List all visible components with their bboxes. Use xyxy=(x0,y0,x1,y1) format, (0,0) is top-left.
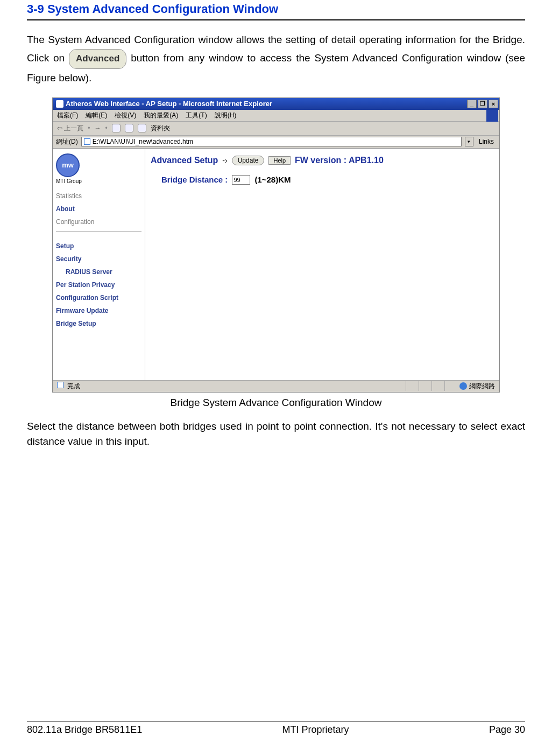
back-button[interactable]: ⇦ 上一頁 xyxy=(57,124,83,133)
fw-version-label: FW version : APB1.10 xyxy=(295,156,384,165)
links-button[interactable]: Links xyxy=(477,138,496,145)
sidebar-item-bridge-setup[interactable]: Bridge Setup xyxy=(56,317,141,330)
sidebar: mw MTI Group Statistics About Configurat… xyxy=(53,149,145,380)
sidebar-item-configuration[interactable]: Configuration xyxy=(56,215,141,228)
advanced-setup-heading: Advanced Setup xyxy=(151,156,218,165)
content-header: Advanced Setup -› Update Help FW version… xyxy=(151,156,494,165)
sidebar-item-per-station-privacy[interactable]: Per Station Privacy xyxy=(56,278,141,291)
bridge-distance-range: (1~28)KM xyxy=(254,175,291,184)
ie-brand-icon xyxy=(486,110,498,122)
page-footer: 802.11a Bridge BR5811E1 MTI Proprietary … xyxy=(27,722,525,736)
menu-favorites[interactable]: 我的最愛(A) xyxy=(144,111,178,120)
status-bar: 完成 網際網路 xyxy=(53,380,499,392)
section-heading: 3-9 System Advanced Configuration Window xyxy=(27,0,525,20)
menu-bar: 檔案(F) 編輯(E) 檢視(V) 我的最愛(A) 工具(T) 說明(H) xyxy=(53,110,499,122)
internet-zone-icon xyxy=(459,382,467,390)
menu-file[interactable]: 檔案(F) xyxy=(57,111,78,120)
window-title: Atheros Web Interface - AP Setup - Micro… xyxy=(66,100,272,108)
intro-paragraph: The System Advanced Configuration window… xyxy=(27,31,525,87)
folder-icon[interactable] xyxy=(138,124,146,132)
sidebar-nav: Statistics About Configuration Setup Sec… xyxy=(56,190,141,330)
forward-button[interactable]: → xyxy=(95,124,101,132)
window-titlebar: Atheros Web Interface - AP Setup - Micro… xyxy=(53,98,499,110)
bridge-distance-row: Bridge Distance : (1~28)KM xyxy=(151,175,494,185)
toolbar-sep: • xyxy=(88,124,90,132)
page-body: mw MTI Group Statistics About Configurat… xyxy=(53,149,499,380)
stop-icon[interactable] xyxy=(112,124,121,132)
sidebar-item-security[interactable]: Security xyxy=(56,253,141,265)
done-icon xyxy=(57,382,63,388)
address-dropdown-icon[interactable]: ▾ xyxy=(465,137,473,146)
menu-help[interactable]: 說明(H) xyxy=(215,111,237,120)
menu-view[interactable]: 檢視(V) xyxy=(115,111,136,120)
ie-window: Atheros Web Interface - AP Setup - Micro… xyxy=(52,97,500,393)
sidebar-divider xyxy=(56,232,141,232)
mti-logo-label: MTI Group xyxy=(56,178,82,184)
footer-center: MTI Proprietary xyxy=(282,724,349,736)
sidebar-item-config-script[interactable]: Configuration Script xyxy=(56,291,141,304)
help-button[interactable]: Help xyxy=(268,156,291,165)
nav-toolbar: ⇦ 上一頁 • → • 資料夾 xyxy=(53,122,499,136)
status-slots xyxy=(406,381,457,391)
status-right: 網際網路 xyxy=(406,381,495,391)
menu-edit[interactable]: 編輯(E) xyxy=(86,111,107,120)
address-input[interactable]: E:\WLAN\UI\UI_new\advanced.htm xyxy=(81,137,462,146)
maximize-button[interactable]: ❐ xyxy=(478,100,487,108)
sidebar-item-setup[interactable]: Setup xyxy=(56,240,141,253)
address-value: E:\WLAN\UI\UI_new\advanced.htm xyxy=(93,138,193,145)
update-button[interactable]: Update xyxy=(232,156,265,165)
screenshot-figure: Atheros Web Interface - AP Setup - Micro… xyxy=(52,97,500,393)
figure-caption: Bridge System Advance Configuration Wind… xyxy=(27,397,525,409)
menu-tools[interactable]: 工具(T) xyxy=(186,111,207,120)
arrow-icon: -› xyxy=(222,156,227,165)
folder-button-label[interactable]: 資料夾 xyxy=(151,124,170,133)
content-panel: Advanced Setup -› Update Help FW version… xyxy=(145,149,499,380)
page-icon xyxy=(84,138,90,145)
sidebar-item-about[interactable]: About xyxy=(56,202,141,215)
bridge-distance-label: Bridge Distance : xyxy=(161,175,228,184)
minimize-button[interactable]: _ xyxy=(467,100,477,108)
mti-logo-icon: mw xyxy=(56,153,80,177)
address-label: 網址(D) xyxy=(56,137,78,146)
footer-right: Page 30 xyxy=(489,724,525,736)
bridge-distance-input[interactable] xyxy=(232,175,250,185)
sidebar-item-radius[interactable]: RADIUS Server xyxy=(56,265,141,278)
advanced-button-inline: Advanced xyxy=(69,49,126,69)
internet-zone-label: 網際網路 xyxy=(469,382,495,391)
address-bar: 網址(D) E:\WLAN\UI\UI_new\advanced.htm ▾ L… xyxy=(53,136,499,149)
sidebar-item-firmware-update[interactable]: Firmware Update xyxy=(56,304,141,317)
status-done: 完成 xyxy=(57,382,80,391)
toolbar-sep-2: • xyxy=(105,124,108,132)
close-button[interactable]: × xyxy=(489,100,498,108)
footer-left: 802.11a Bridge BR5811E1 xyxy=(27,724,142,736)
ie-logo-icon xyxy=(56,100,63,108)
post-figure-paragraph: Select the distance between both bridges… xyxy=(27,419,525,450)
refresh-icon[interactable] xyxy=(125,124,133,132)
sidebar-item-statistics[interactable]: Statistics xyxy=(56,190,141,202)
